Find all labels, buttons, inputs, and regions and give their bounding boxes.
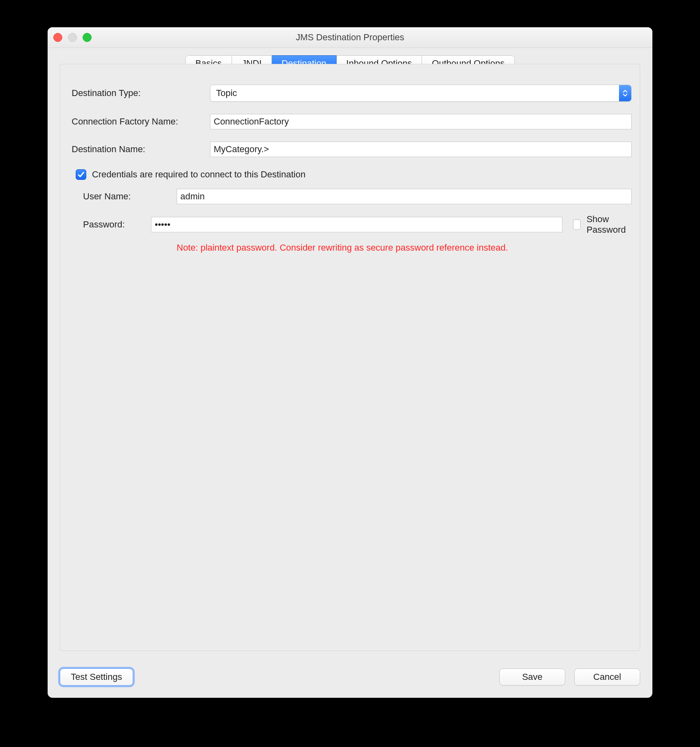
- destination-type-row: Destination Type: Topic: [68, 85, 632, 102]
- cancel-button[interactable]: Cancel: [574, 668, 640, 686]
- window-controls: [53, 33, 92, 42]
- save-button[interactable]: Save: [499, 668, 565, 686]
- username-input[interactable]: [177, 189, 632, 204]
- username-row: User Name:: [68, 189, 632, 204]
- connection-factory-input[interactable]: [210, 114, 632, 129]
- password-input[interactable]: [151, 217, 562, 232]
- close-window-button[interactable]: [53, 33, 62, 42]
- destination-name-input[interactable]: [210, 142, 632, 157]
- password-row: Password: Show Password: [68, 214, 632, 235]
- window-title: JMS Destination Properties: [48, 32, 652, 43]
- destination-name-label: Destination Name:: [68, 144, 210, 155]
- credentials-required-label: Credentials are required to connect to t…: [92, 169, 306, 180]
- form-panel: Destination Type: Topic Connection Facto…: [60, 64, 640, 651]
- credentials-required-checkbox[interactable]: [76, 169, 86, 180]
- password-warning: Note: plaintext password. Consider rewri…: [177, 242, 632, 253]
- username-label: User Name:: [68, 191, 177, 202]
- destination-type-label: Destination Type:: [68, 88, 210, 98]
- minimize-window-button: [68, 33, 77, 42]
- zoom-window-button[interactable]: [83, 33, 92, 42]
- test-settings-button[interactable]: Test Settings: [60, 668, 133, 686]
- connection-factory-label: Connection Factory Name:: [68, 116, 210, 127]
- destination-type-value: Topic: [210, 88, 237, 98]
- show-password-group: Show Password: [573, 214, 632, 235]
- show-password-checkbox[interactable]: [573, 219, 581, 230]
- password-label: Password:: [68, 219, 151, 230]
- dialog-window: JMS Destination Properties Basics JNDI D…: [48, 27, 652, 698]
- titlebar: JMS Destination Properties: [48, 27, 652, 48]
- connection-factory-row: Connection Factory Name:: [68, 114, 632, 129]
- credentials-required-row: Credentials are required to connect to t…: [76, 169, 632, 180]
- select-chevron-icon: [619, 85, 631, 101]
- destination-name-row: Destination Name:: [68, 142, 632, 157]
- show-password-label: Show Password: [586, 214, 632, 235]
- dialog-footer: Test Settings Save Cancel: [60, 668, 640, 686]
- destination-type-select[interactable]: Topic: [210, 85, 632, 102]
